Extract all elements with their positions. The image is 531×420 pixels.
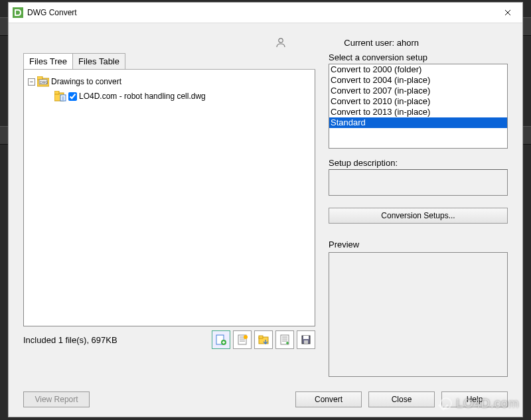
svg-point-12 bbox=[244, 335, 248, 339]
tab-files-table[interactable]: Files Table bbox=[73, 53, 125, 69]
setup-item[interactable]: Convert to 2000 (folder) bbox=[329, 64, 507, 75]
add-file-button[interactable] bbox=[212, 330, 230, 349]
tree-file-label: LO4D.com - robot handling cell.dwg bbox=[79, 92, 206, 101]
close-window-button[interactable] bbox=[493, 3, 522, 23]
add-folder-button[interactable] bbox=[254, 330, 273, 349]
preview-label: Preview bbox=[329, 240, 508, 249]
tree-root[interactable]: − DWG Drawings to convert bbox=[28, 76, 311, 87]
dwg-file-icon bbox=[54, 91, 66, 102]
dialog-body: Current user: ahorn Files Tree Files Tab… bbox=[9, 23, 522, 417]
setup-item[interactable]: Convert to 2010 (in-place) bbox=[329, 96, 507, 107]
svg-text:DWG: DWG bbox=[40, 80, 48, 84]
conversion-setup-list[interactable]: Convert to 2000 (folder) Convert to 2004… bbox=[329, 64, 508, 149]
included-summary: Included 1 file(s), 697KB bbox=[23, 335, 212, 345]
setup-description-label: Setup description: bbox=[329, 158, 508, 168]
convert-button[interactable]: Convert bbox=[295, 391, 362, 407]
dwg-folder-icon: DWG bbox=[37, 76, 49, 87]
dwg-convert-dialog: DWG Convert Current user: ahorn Files Tr… bbox=[8, 2, 523, 417]
conversion-setups-button[interactable]: Conversion Setups... bbox=[329, 208, 508, 224]
file-checkbox[interactable] bbox=[68, 92, 77, 101]
setup-item[interactable]: Convert to 2007 (in-place) bbox=[329, 86, 507, 96]
tabs: Files Tree Files Table bbox=[23, 53, 315, 70]
current-user-label: Current user: ahorn bbox=[344, 38, 419, 48]
view-report-button[interactable]: View Report bbox=[23, 391, 90, 407]
app-icon bbox=[13, 7, 23, 18]
svg-rect-17 bbox=[303, 336, 309, 339]
setup-section-label: Select a conversion setup bbox=[329, 52, 508, 62]
files-tree-panel: − DWG Drawings to convert LO4D.com - rob… bbox=[23, 69, 315, 326]
close-button[interactable]: Close bbox=[368, 391, 435, 407]
preview-box bbox=[329, 252, 508, 377]
setup-item[interactable]: Convert to 2004 (in-place) bbox=[329, 75, 507, 86]
titlebar: DWG Convert bbox=[9, 3, 522, 23]
tree-root-label: Drawings to convert bbox=[51, 77, 121, 86]
tree-file-item[interactable]: LO4D.com - robot handling cell.dwg bbox=[54, 91, 311, 102]
svg-rect-14 bbox=[259, 336, 263, 338]
signin-icon[interactable] bbox=[275, 36, 287, 48]
setup-item[interactable]: Convert to 2013 (in-place) bbox=[329, 107, 507, 117]
help-button[interactable]: Help bbox=[441, 391, 508, 407]
setup-description-box bbox=[329, 169, 508, 196]
svg-point-1 bbox=[279, 38, 283, 42]
add-list-button[interactable] bbox=[275, 330, 294, 349]
svg-rect-3 bbox=[37, 76, 42, 80]
add-sheet-button[interactable] bbox=[233, 330, 252, 349]
svg-rect-18 bbox=[304, 340, 308, 344]
svg-rect-7 bbox=[54, 91, 59, 94]
save-list-button[interactable] bbox=[297, 330, 315, 349]
svg-rect-8 bbox=[60, 95, 66, 101]
tab-files-tree[interactable]: Files Tree bbox=[23, 53, 73, 69]
setup-item[interactable]: Standard bbox=[329, 117, 507, 128]
collapse-toggle-icon[interactable]: − bbox=[28, 78, 35, 86]
window-title: DWG Convert bbox=[27, 8, 493, 17]
